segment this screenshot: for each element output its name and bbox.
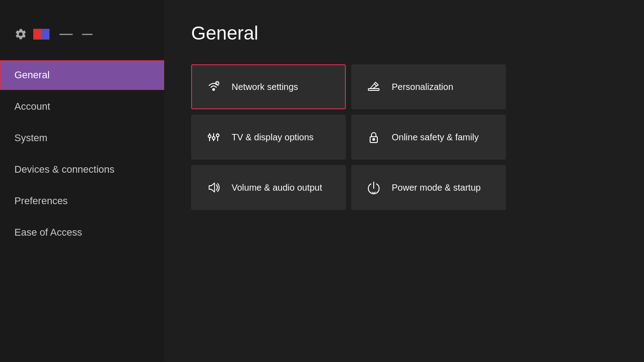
sidebar-item-account[interactable]: Account [0,92,164,121]
svg-point-7 [212,137,215,139]
svg-point-10 [373,139,375,140]
online-safety-tile[interactable]: Online safety & family [351,115,506,160]
gear-icon [13,27,28,41]
sidebar: General Account System Devices & connect… [0,0,164,362]
line-decoration-1 [59,34,73,35]
sidebar-header [0,18,164,55]
power-mode-label: Power mode & startup [392,183,481,193]
power-icon [366,179,382,196]
personalization-tile[interactable]: Personalization [351,64,506,109]
svg-point-8 [216,134,219,137]
power-mode-tile[interactable]: Power mode & startup [351,165,506,210]
color-block-blue [41,29,49,40]
settings-grid: Network settings Personalization [191,64,506,210]
volume-icon [206,179,222,196]
sidebar-item-general[interactable]: General [0,60,164,90]
volume-audio-tile[interactable]: Volume & audio output [191,165,346,210]
network-icon [206,79,222,95]
line-decoration-2 [82,34,93,35]
online-safety-label: Online safety & family [392,132,479,143]
sidebar-item-preferences[interactable]: Preferences [0,186,164,216]
color-block-red [33,29,41,40]
svg-point-0 [213,89,215,90]
network-settings-tile[interactable]: Network settings [191,64,346,109]
sidebar-nav: General Account System Devices & connect… [0,59,164,248]
tv-display-label: TV & display options [232,132,313,143]
lock-icon [366,129,382,145]
personalization-label: Personalization [392,82,453,92]
page-title: General [191,22,617,44]
personalization-icon [366,79,382,95]
volume-audio-label: Volume & audio output [232,183,322,193]
sidebar-item-system[interactable]: System [0,123,164,153]
network-settings-label: Network settings [232,82,298,92]
sidebar-item-devices-connections[interactable]: Devices & connections [0,155,164,184]
svg-point-6 [208,135,211,138]
color-blocks [33,29,49,40]
sidebar-item-ease-of-access[interactable]: Ease of Access [0,218,164,247]
main-content: General Network settings [164,0,644,362]
tv-display-icon [206,129,222,145]
tv-display-tile[interactable]: TV & display options [191,115,346,160]
